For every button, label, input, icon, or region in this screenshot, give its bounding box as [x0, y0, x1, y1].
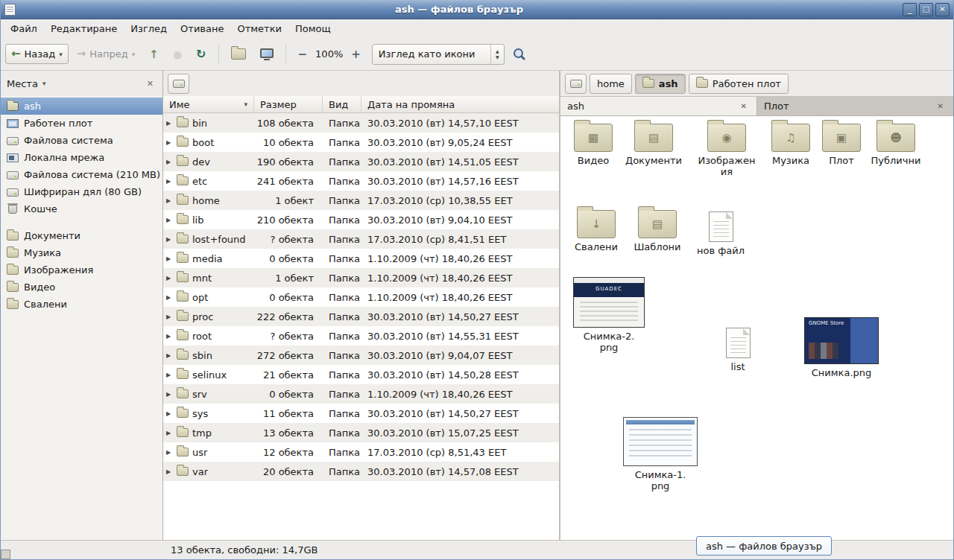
expander-icon[interactable]: ▶ [166, 139, 173, 146]
menu-item[interactable]: Помощ [288, 19, 338, 38]
back-button[interactable]: ← Назад ▾ [5, 44, 69, 64]
up-button[interactable]: ↑ [143, 43, 165, 66]
minimize-button[interactable]: _ [903, 3, 917, 16]
resize-grip[interactable] [1, 550, 10, 559]
file-icon-item[interactable]: GUADEC Снимка-2. png [572, 277, 646, 354]
back-dropdown-icon[interactable]: ▾ [59, 51, 63, 58]
expander-icon[interactable]: ▶ [166, 236, 173, 243]
path-button-current[interactable]: ash [635, 74, 686, 94]
expander-icon[interactable]: ▶ [166, 430, 173, 436]
sidebar-close-button[interactable]: ✕ [144, 77, 157, 90]
file-icon-item[interactable]: ▤ Шаблони [626, 210, 689, 253]
file-icon-item[interactable]: GNOME Store Снимка.png [800, 317, 882, 379]
menu-item[interactable]: Файл [4, 19, 44, 38]
tree-row[interactable]: ▶ sbin 272 обекта Папка 30.03.2010 (вт) … [163, 346, 559, 365]
tree-row[interactable]: ▶ lib 210 обекта Папка 30.03.2010 (вт) 9… [163, 210, 559, 229]
expander-icon[interactable]: ▶ [166, 449, 173, 456]
expander-icon[interactable]: ▶ [166, 159, 173, 165]
tab-close-icon[interactable]: ✕ [935, 101, 947, 111]
zoom-in-button[interactable]: + [345, 43, 367, 66]
tree-row[interactable]: ▶ srv 0 обекта Папка 1.10.2009 (чт) 18,4… [163, 384, 559, 404]
column-header-size[interactable]: Размер [254, 96, 323, 112]
tab-close-icon[interactable]: ✕ [738, 101, 750, 111]
tree-row[interactable]: ▶ home 1 обект Папка 17.03.2010 (ср) 10,… [163, 191, 559, 210]
filesystem-root-path-button[interactable] [168, 74, 189, 94]
tree-row[interactable]: ▶ tmp 13 обекта Папка 30.03.2010 (вт) 15… [163, 423, 559, 442]
path-button-home[interactable]: home [590, 74, 632, 94]
file-icon-item[interactable]: ▣ Плот [810, 124, 873, 167]
computer-button[interactable] [254, 44, 279, 65]
tree-row[interactable]: ▶ var 20 обекта Папка 30.03.2010 (вт) 14… [163, 462, 559, 481]
places-item[interactable]: Свалени [1, 296, 162, 313]
expander-icon[interactable]: ▶ [166, 352, 173, 359]
places-item[interactable]: Кошче [1, 200, 162, 217]
view-mode-select[interactable]: Изглед като икони ▲ ▼ [372, 44, 505, 65]
expander-icon[interactable]: ▶ [166, 410, 173, 417]
places-item[interactable]: Видео [1, 279, 162, 296]
menu-item[interactable]: Отметки [230, 19, 288, 38]
filesystem-root-path-button[interactable] [565, 74, 587, 94]
taskbar-window-button[interactable]: ash — файлов браузър [696, 536, 832, 556]
home-folder-button[interactable] [225, 44, 252, 64]
expander-icon[interactable]: ▶ [166, 372, 173, 378]
places-item[interactable]: Файлова система [1, 132, 162, 149]
expander-icon[interactable]: ▶ [166, 217, 173, 223]
column-header-type[interactable]: Вид [323, 96, 361, 112]
view-mode-spinner-icon[interactable]: ▲ ▼ [490, 45, 504, 64]
column-header-name[interactable]: Име ▾ [163, 96, 254, 112]
menu-item[interactable]: Отиване [174, 19, 230, 38]
file-icon-item[interactable]: Снимка-1. png [622, 417, 699, 492]
file-icon-item[interactable]: ◉ Изображен ия [695, 124, 758, 178]
expander-icon[interactable]: ▶ [166, 468, 173, 475]
places-item[interactable]: Файлова система (210 MB) [1, 166, 162, 183]
path-button-desktop[interactable]: Работен плот [689, 74, 789, 94]
places-item[interactable]: ash [1, 98, 162, 115]
menu-item[interactable]: Изглед [124, 19, 174, 38]
tree-row[interactable]: ▶ usr 12 обекта Папка 17.03.2010 (ср) 8,… [163, 442, 559, 462]
file-icon-item[interactable]: нов файл [689, 211, 752, 257]
tree-row[interactable]: ▶ root ? обекта Папка 30.03.2010 (вт) 14… [163, 326, 559, 346]
expander-icon[interactable]: ▶ [166, 120, 173, 127]
file-icon-item[interactable]: ▤ Документи [622, 124, 685, 167]
expander-icon[interactable]: ▶ [166, 314, 173, 320]
file-icon-item[interactable]: list [707, 328, 769, 373]
tree-row[interactable]: ▶ media 0 обекта Папка 1.10.2009 (чт) 18… [163, 249, 559, 268]
icon-view[interactable]: ▦ Видео ▤ Документи [560, 116, 953, 540]
close-button[interactable]: ✕ [935, 3, 950, 16]
titlebar[interactable]: ash — файлов браузър _ □ ✕ [1, 0, 953, 19]
reload-button[interactable]: ↻ [190, 42, 212, 66]
places-item[interactable]: Документи [1, 227, 162, 244]
tree-row[interactable]: ▶ dev 190 обекта Папка 30.03.2010 (вт) 1… [163, 152, 559, 171]
tree-row[interactable]: ▶ sys 11 обекта Папка 30.03.2010 (вт) 14… [163, 404, 559, 423]
expander-icon[interactable]: ▶ [166, 197, 173, 204]
places-item[interactable]: Работен плот [1, 115, 162, 132]
maximize-button[interactable]: □ [919, 3, 933, 16]
expander-icon[interactable]: ▶ [166, 391, 173, 398]
tree-row[interactable]: ▶ lost+found ? обекта Папка 17.03.2010 (… [163, 229, 559, 249]
places-item[interactable]: Изображения [1, 261, 162, 279]
tree-row[interactable]: ▶ etc 241 обекта Папка 30.03.2010 (вт) 1… [163, 171, 559, 191]
places-item[interactable]: Локална мрежа [1, 149, 162, 166]
zoom-out-button[interactable]: − [292, 43, 314, 66]
stop-button[interactable]: ● [167, 44, 188, 65]
expander-icon[interactable]: ▶ [166, 275, 173, 281]
places-item[interactable]: Шифриран дял (80 GB) [1, 183, 162, 200]
menu-item[interactable]: Редактиране [44, 19, 124, 38]
column-header-date[interactable]: Дата на промяна [361, 96, 559, 112]
expander-icon[interactable]: ▶ [166, 178, 173, 185]
tree-row[interactable]: ▶ bin 108 обекта Папка 30.03.2010 (вт) 1… [163, 113, 559, 133]
sidebar-title-select[interactable]: Места ▾ [7, 78, 144, 89]
tab-desktop[interactable]: Плот ✕ [757, 97, 953, 115]
tab-ash[interactable]: ash ✕ [560, 97, 757, 115]
forward-button[interactable]: → Напред ▾ [71, 44, 142, 64]
file-icon-item[interactable]: ☻ Публични [865, 124, 927, 167]
expander-icon[interactable]: ▶ [166, 333, 173, 340]
file-icon-item[interactable]: ↓ Свалени [565, 210, 628, 253]
expander-icon[interactable]: ▶ [166, 255, 173, 262]
tree-row[interactable]: ▶ selinux 21 обекта Папка 30.03.2010 (вт… [163, 365, 559, 384]
tree-row[interactable]: ▶ opt 0 обекта Папка 1.10.2009 (чт) 18,4… [163, 287, 559, 307]
tree-row[interactable]: ▶ mnt 1 обект Папка 1.10.2009 (чт) 18,40… [163, 268, 559, 287]
expander-icon[interactable]: ▶ [166, 294, 173, 301]
tree-row[interactable]: ▶ proc 222 обекта Папка 30.03.2010 (вт) … [163, 307, 559, 326]
places-item[interactable]: Музика [1, 244, 162, 261]
